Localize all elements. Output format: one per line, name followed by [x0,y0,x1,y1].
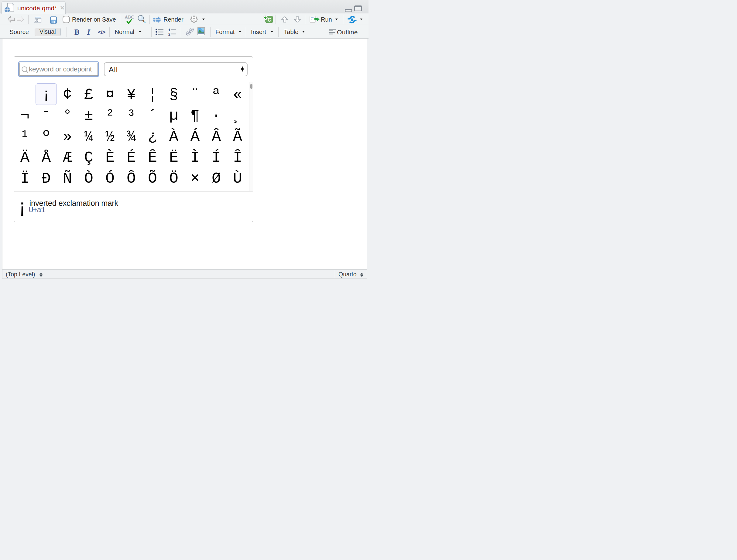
svg-text:C: C [268,17,271,22]
svg-text:1: 1 [168,28,171,32]
svg-text:ABC: ABC [125,15,134,19]
svg-text:2: 2 [168,32,171,36]
